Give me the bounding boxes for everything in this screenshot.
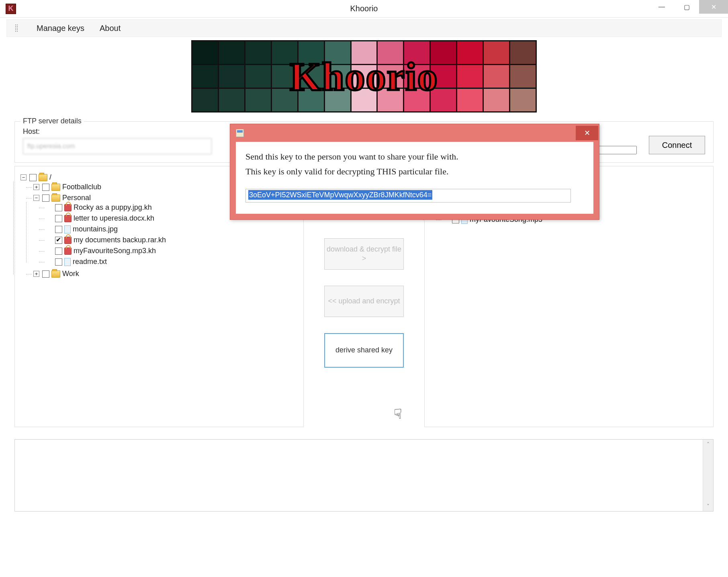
tree-checkbox[interactable] (55, 258, 62, 266)
banner-swatch (510, 89, 536, 111)
dialog-icon (236, 129, 244, 137)
folder-icon (51, 184, 60, 191)
banner-swatch (510, 65, 536, 88)
banner-swatch (245, 41, 271, 64)
download-decrypt-button[interactable]: download & decrypt file > (324, 238, 404, 270)
lock-icon (64, 215, 72, 222)
shared-key-dialog: ✕ Send this key to the person you want t… (230, 124, 599, 220)
banner-swatch (219, 41, 244, 64)
ftp-group-title: FTP server details (20, 117, 84, 125)
folder-icon (39, 174, 47, 181)
expander-spacer (46, 226, 52, 232)
tree-checkbox[interactable] (29, 174, 37, 181)
window-controls: — ▢ ✕ (649, 0, 728, 18)
tree-row[interactable]: readme.txt (46, 258, 298, 266)
menu-manage-keys[interactable]: Manage keys (37, 24, 84, 33)
close-button[interactable]: ✕ (699, 0, 728, 14)
expander-icon[interactable]: + (33, 271, 39, 277)
tree-label: Rocky as a puppy.jpg.kh (74, 203, 152, 212)
banner-swatch (219, 89, 244, 111)
upload-encrypt-button[interactable]: << upload and encrypt (324, 286, 404, 317)
host-label: Host: (23, 127, 212, 136)
lock-icon (64, 237, 72, 244)
dialog-text-line2: This key is only valid for decrypting TH… (245, 164, 584, 179)
lock-icon (64, 248, 72, 255)
folder-icon (51, 194, 60, 202)
menu-about[interactable]: About (100, 24, 121, 33)
menu-bar: Manage keys About (6, 19, 722, 37)
tree-label: readme.txt (73, 258, 107, 266)
banner-text: Khoorio (290, 53, 438, 100)
banner-swatch (192, 65, 218, 88)
file-icon (64, 258, 71, 266)
lock-icon (64, 204, 72, 211)
tree-label: Work (62, 270, 79, 278)
expander-spacer (46, 248, 52, 254)
tree-label: / (49, 173, 51, 182)
dialog-close-button[interactable]: ✕ (576, 126, 598, 140)
app-icon: K (6, 4, 16, 14)
tree-checkbox[interactable] (42, 270, 49, 278)
tree-checkbox[interactable] (55, 237, 62, 244)
dialog-title-bar[interactable]: ✕ (230, 124, 599, 142)
host-input[interactable] (23, 138, 212, 154)
expander-icon[interactable]: − (33, 195, 39, 201)
banner-swatch (510, 41, 536, 64)
tree-checkbox[interactable] (42, 184, 49, 191)
banner-container: Khoorio (0, 40, 728, 113)
dialog-body: Send this key to the person you want to … (236, 142, 593, 214)
tree-label: Personal (62, 194, 91, 202)
tree-checkbox[interactable] (55, 215, 62, 222)
scroll-up-icon[interactable]: ˄ (707, 441, 710, 448)
banner-swatch (219, 65, 244, 88)
tree-label: myFavouriteSong.mp3.kh (74, 247, 156, 255)
banner-swatch (484, 89, 509, 111)
toolbar-grip-icon (15, 24, 18, 32)
window-title: Khoorio (0, 4, 728, 13)
banner-swatch (245, 89, 271, 111)
tree-label: letter to uperesia.docx.kh (74, 214, 154, 223)
maximize-button[interactable]: ▢ (674, 0, 699, 14)
tree-label: mountains.jpg (73, 225, 118, 233)
expander-icon[interactable]: − (20, 174, 27, 180)
shared-key-value: 3oEoV+PI52WSxiETeVMpVwqwXxyyZBr8JMKkfNtc… (248, 190, 432, 200)
folder-icon (51, 270, 60, 278)
connect-button[interactable]: Connect (649, 136, 705, 154)
expander-spacer (46, 259, 52, 265)
tree-checkbox[interactable] (42, 194, 49, 202)
tree-row[interactable]: mountains.jpg (46, 225, 298, 233)
expander-icon[interactable]: + (33, 184, 39, 190)
host-field: Host: (23, 127, 212, 154)
derive-shared-key-button[interactable]: derive shared key (324, 333, 404, 368)
tree-row[interactable]: myFavouriteSong.mp3.kh (46, 247, 298, 255)
banner-swatch (457, 41, 483, 64)
shared-key-input[interactable]: 3oEoV+PI52WSxiETeVMpVwqwXxyyZBr8JMKkfNtc… (245, 189, 571, 203)
dialog-text-line1: Send this key to the person you want to … (245, 149, 584, 164)
banner-swatch (192, 89, 218, 111)
tree-label: my documents backup.rar.kh (74, 236, 166, 244)
expander-spacer (46, 215, 52, 221)
file-icon (64, 225, 71, 233)
banner-swatch (484, 65, 509, 88)
tree-checkbox[interactable] (55, 248, 62, 255)
banner-swatch (245, 65, 271, 88)
log-textarea[interactable]: ˄ ˅ (14, 439, 714, 512)
scroll-down-icon[interactable]: ˅ (707, 503, 710, 509)
tree-row[interactable]: +Work (33, 270, 298, 278)
banner-swatch (457, 65, 483, 88)
tree-row[interactable]: my documents backup.rar.kh (46, 236, 298, 244)
log-scrollbar[interactable]: ˄ ˅ (703, 440, 713, 511)
tree-checkbox[interactable] (55, 226, 62, 233)
title-bar: K Khoorio — ▢ ✕ (0, 0, 728, 18)
tree-label: Footballclub (62, 183, 101, 191)
banner-swatch (192, 41, 218, 64)
banner-logo: Khoorio (191, 40, 537, 113)
minimize-button[interactable]: — (649, 0, 674, 14)
banner-swatch (457, 89, 483, 111)
tree-checkbox[interactable] (55, 204, 62, 211)
expander-spacer (46, 237, 52, 243)
expander-spacer (46, 205, 52, 211)
banner-swatch (484, 41, 509, 64)
